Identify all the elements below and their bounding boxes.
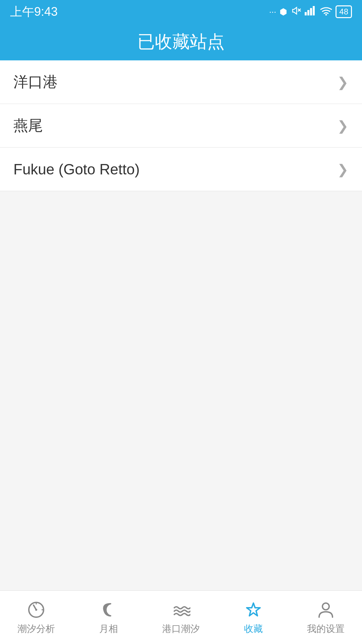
chevron-right-icon: ❯	[337, 162, 349, 177]
nav-item-favorites[interactable]: 收藏	[217, 595, 290, 640]
svg-point-12	[322, 603, 329, 610]
list-item-label: Fukue (Goto Retto)	[13, 161, 140, 178]
port-tides-icon	[171, 600, 191, 620]
nav-label-port: 港口潮汐	[162, 623, 200, 635]
nav-item-moon[interactable]: 月相	[72, 595, 145, 640]
list-item[interactable]: 燕尾 ❯	[0, 104, 362, 148]
list-item[interactable]: 洋口港 ❯	[0, 60, 362, 104]
status-icons: ··· ⬢ 48	[269, 5, 352, 18]
nav-label-favorites: 收藏	[244, 623, 263, 635]
nav-label-settings: 我的设置	[307, 623, 345, 635]
mute-icon	[291, 5, 301, 18]
status-time: 上午9:43	[10, 4, 58, 20]
signal-icon	[305, 6, 317, 18]
nav-label-tidal: 潮汐分析	[17, 623, 55, 635]
person-icon	[316, 600, 336, 620]
nav-item-tidal[interactable]: 潮汐分析	[0, 595, 72, 640]
svg-point-6	[325, 14, 327, 15]
chevron-right-icon: ❯	[337, 74, 349, 90]
bluetooth-icon: ⬢	[280, 7, 287, 17]
chevron-right-icon: ❯	[337, 118, 349, 133]
wifi-icon	[320, 6, 332, 18]
nav-item-port[interactable]: 港口潮汐	[145, 595, 217, 640]
page-header: 已收藏站点	[0, 23, 362, 60]
dots-icon: ···	[269, 7, 277, 17]
page-title: 已收藏站点	[137, 30, 225, 54]
svg-rect-5	[313, 6, 315, 15]
list-item[interactable]: Fukue (Goto Retto) ❯	[0, 148, 362, 191]
nav-item-settings[interactable]: 我的设置	[290, 595, 362, 640]
battery-icon: 48	[336, 5, 352, 18]
list-item-label: 洋口港	[13, 72, 58, 92]
svg-rect-2	[305, 12, 307, 15]
favorites-list: 洋口港 ❯ 燕尾 ❯ Fukue (Goto Retto) ❯	[0, 60, 362, 191]
list-item-label: 燕尾	[13, 116, 43, 136]
tidal-analysis-icon	[26, 600, 46, 620]
nav-label-moon: 月相	[99, 623, 118, 635]
moon-icon	[99, 600, 119, 620]
main-content: 洋口港 ❯ 燕尾 ❯ Fukue (Goto Retto) ❯	[0, 60, 362, 590]
status-bar: 上午9:43 ··· ⬢ 4	[0, 0, 362, 23]
svg-rect-4	[310, 8, 312, 15]
svg-point-9	[35, 609, 37, 611]
star-icon	[243, 600, 263, 620]
bottom-nav: 潮汐分析 月相 港口潮汐 收藏	[0, 590, 362, 644]
svg-rect-3	[307, 10, 309, 15]
